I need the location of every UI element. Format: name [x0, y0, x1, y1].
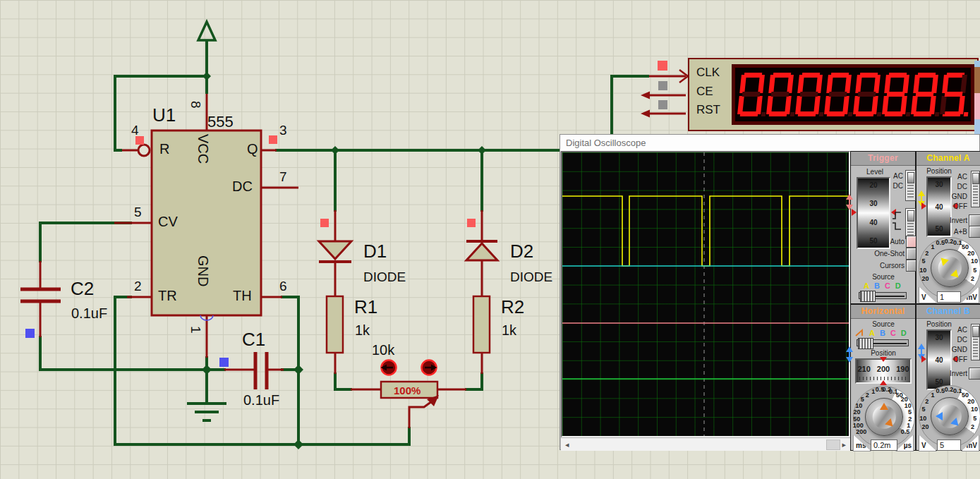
counter-clk-pin-label: CLK [696, 66, 720, 80]
channel-b-position-label: Position [924, 320, 955, 328]
r2-ref-label: R2 [501, 296, 524, 318]
diode-d2 [466, 241, 497, 260]
u1-r-pin-name: R [159, 141, 169, 157]
u1-cv-pin-name: CV [158, 214, 178, 230]
trigger-source-label: Source [851, 273, 916, 281]
channel-a-gain-knob[interactable]: V mV 1 20105210.50.20.150201052 [919, 236, 979, 303]
ramp-icon [855, 329, 866, 339]
counter-ce-pin-label: CE [696, 85, 713, 99]
trigger-source-slider[interactable] [859, 292, 907, 299]
channel-b-gain-knob[interactable]: V mV 5 20105210.50.20.150201052 [919, 384, 979, 451]
horizontal-position-label: Position [851, 349, 916, 357]
seven-segment-readout [732, 64, 974, 125]
channel-a-coupling-switch[interactable] [971, 171, 980, 207]
capacitor-c2 [20, 289, 61, 301]
resistor-r2-body[interactable] [473, 296, 490, 353]
horizontal-position-marker-bottom [880, 380, 887, 385]
channel-a-position-label: Position [924, 167, 955, 175]
channel-b-coupling-switch[interactable] [971, 324, 980, 360]
horizontal-source-label: Source [851, 320, 916, 328]
ground-symbol [187, 404, 226, 420]
scrollbar-right-arrow-icon[interactable]: ▸ [842, 439, 846, 449]
horizontal-source-letters: ABCD [869, 329, 908, 337]
counter-rst-pin-label: RST [696, 103, 720, 117]
channel-a-add-label: A+B [946, 228, 967, 236]
r2-value-label: 1k [502, 322, 516, 339]
u1-vcc-pin-name: VCC [195, 134, 211, 164]
trigger-panel-title: Trigger [851, 152, 915, 166]
channel-b-unit-right: mV [966, 442, 977, 449]
channel-b-dc-label: DC [953, 336, 967, 344]
source-letter-b: B [874, 281, 881, 290]
scope-horizontal-scrollbar[interactable]: ◂ ▸ [561, 437, 850, 451]
pin1-number: 1 [188, 326, 203, 334]
horizontal-timebase-value[interactable]: 0.2m [871, 439, 897, 451]
pin3-number: 3 [279, 123, 287, 138]
r1-value-label: 1k [355, 322, 370, 339]
u1-dc-pin-name: DC [232, 178, 253, 195]
source-letter-b: B [880, 329, 887, 337]
scope-screen-bezel [561, 151, 850, 437]
c1-ref-label: C1 [242, 329, 265, 351]
source-letter-c: C [885, 281, 892, 290]
trigger-ac-label: AC [892, 172, 903, 180]
seven-seg-digit [737, 73, 766, 116]
counter-display-component[interactable]: CLK CE RST [688, 58, 979, 131]
horizontal-source-slider-thumb[interactable] [858, 338, 873, 349]
pot-value-label: 10k [372, 342, 394, 358]
knob-grip[interactable] [865, 398, 903, 436]
channel-a-ac-label: AC [953, 173, 967, 181]
trigger-source-slider-thumb[interactable] [860, 291, 876, 302]
trigger-edge-switch[interactable] [905, 208, 916, 239]
knob-grip[interactable] [931, 397, 969, 435]
trigger-level-indicator[interactable] [846, 194, 853, 210]
horizontal-timebase-knob[interactable]: ms µs 0.2m 2001005020105210.50.20.150201… [853, 385, 914, 451]
channel-b-panel-title: Channel B [917, 305, 980, 319]
channel-a-invert-button[interactable] [969, 214, 980, 226]
pot-increment-button[interactable] [422, 360, 437, 375]
channel-a-off-label: OFF [949, 202, 967, 210]
d2-ref-label: D2 [510, 241, 533, 262]
scrollbar-thumb[interactable] [826, 439, 840, 450]
channel-b-invert-button[interactable] [969, 368, 980, 380]
horizontal-unit-left: ms [856, 442, 866, 449]
horizontal-panel-title: Horizontal [851, 305, 915, 319]
channel-a-marker-left [921, 202, 926, 210]
trigger-coupling-switch[interactable] [905, 170, 916, 201]
horizontal-unit-right: µs [904, 442, 912, 449]
seven-seg-digit [882, 73, 910, 116]
seven-seg-digit [795, 73, 823, 116]
reset-pin-bubble [138, 145, 150, 156]
channel-b-position-indicator[interactable] [846, 346, 853, 363]
channel-b-position-slider[interactable]: 304050 [926, 329, 952, 390]
channel-b-gain-value[interactable]: 5 [937, 439, 961, 451]
channel-b-marker-left [921, 356, 926, 363]
pin8-number: 8 [188, 101, 203, 109]
trigger-source-letters: ABCD [864, 281, 902, 290]
proteus-schematic-canvas: U1 555 8 1 VCC GND 4 5 2 3 7 6 R CV TR Q… [0, 0, 980, 479]
channel-a-gnd-label: GND [949, 193, 967, 200]
d1-ref-label: D1 [363, 241, 387, 262]
pot-decrement-button[interactable] [381, 360, 397, 375]
seven-seg-digit [853, 73, 881, 116]
pin7-number: 7 [279, 169, 287, 185]
u1-device-label: 555 [207, 113, 234, 131]
capacitor-c1 [255, 352, 267, 389]
diode-d1 [319, 241, 351, 262]
input-pin-arrows [641, 92, 650, 118]
pin6-number: 6 [279, 279, 287, 294]
channel-a-gain-value[interactable]: 1 [937, 291, 961, 303]
scrollbar-left-arrow-icon[interactable]: ◂ [565, 439, 569, 449]
c2-ref-label: C2 [71, 278, 94, 300]
horizontal-source-slider[interactable] [857, 339, 909, 346]
resistor-r1-body[interactable] [327, 296, 343, 353]
scope-screen[interactable] [562, 152, 849, 436]
source-letter-d: D [895, 281, 902, 290]
vcc-power-arrow[interactable] [198, 22, 215, 40]
oscilloscope-titlebar[interactable]: Digital Oscilloscope [560, 135, 979, 152]
oscilloscope-window: Digital Oscilloscope ◂ ▸ Trigger Level 2… [559, 134, 980, 450]
u1-tr-pin-name: TR [158, 288, 177, 304]
knob-grip[interactable] [931, 249, 969, 287]
u1-th-pin-name: TH [233, 288, 252, 304]
d1-value-label: DIODE [363, 269, 406, 285]
